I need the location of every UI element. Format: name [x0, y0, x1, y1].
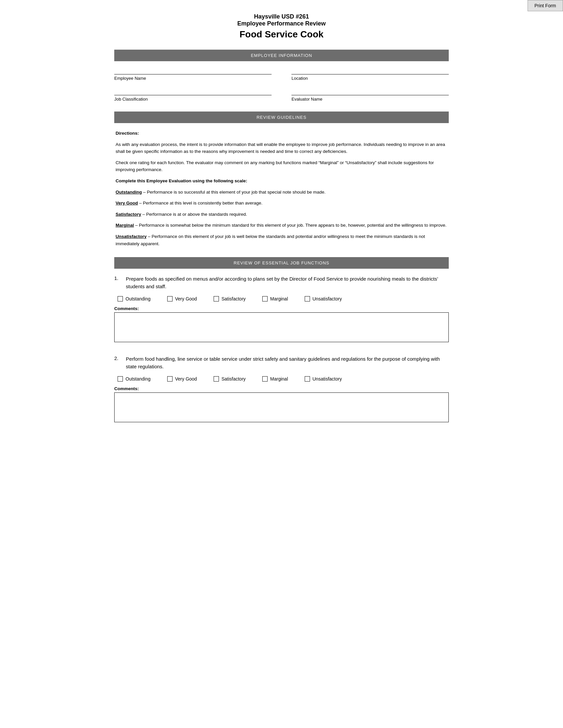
function-2-number: 2.	[114, 355, 122, 370]
label-marginal-2: Marginal	[270, 376, 288, 382]
directions-label: Directions:	[116, 131, 139, 136]
label-verygood-2: Very Good	[175, 376, 197, 382]
checkbox-unsatisfactory-2[interactable]	[305, 376, 310, 382]
rating-satisfactory-1: Satisfactory	[213, 296, 246, 301]
checkbox-satisfactory-2[interactable]	[213, 376, 219, 382]
employee-name-line	[114, 68, 271, 74]
scale-item-unsatisfactory: Unsatisfactory – Performance on this ele…	[116, 233, 447, 247]
checkbox-verygood-1[interactable]	[167, 296, 172, 301]
function-1-comments: Comments:	[114, 306, 449, 342]
employee-info-header: EMPLOYEE INFORMATION	[114, 50, 449, 61]
scale-def-satisfactory: – Performance is at or above the standar…	[141, 212, 247, 217]
location-line	[292, 68, 449, 74]
print-form-button[interactable]: Print Form	[528, 0, 563, 11]
job-classification-label: Job Classification	[114, 97, 271, 102]
label-outstanding-2: Outstanding	[125, 376, 151, 382]
scale-def-verygood: – Performance at this level is consisten…	[138, 201, 262, 205]
label-unsatisfactory-1: Unsatisfactory	[313, 296, 342, 301]
guidelines-paragraph-2: Check one rating for each function. The …	[116, 159, 447, 173]
rating-outstanding-2: Outstanding	[117, 376, 151, 382]
employee-info-row-2: Job Classification Evaluator Name	[114, 89, 449, 102]
employee-name-field: Employee Name	[114, 68, 271, 81]
checkbox-outstanding-1[interactable]	[117, 296, 123, 301]
evaluator-name-line	[292, 89, 449, 95]
function-1-number: 1.	[114, 275, 122, 290]
function-2-comments-label: Comments:	[114, 386, 449, 391]
job-title: Food Service Cook	[114, 29, 449, 40]
rating-unsatisfactory-1: Unsatisfactory	[305, 296, 342, 301]
rating-marginal-1: Marginal	[262, 296, 288, 301]
function-1-rating-row: Outstanding Very Good Satisfactory Margi…	[114, 296, 449, 301]
rating-verygood-1: Very Good	[167, 296, 197, 301]
rating-outstanding-1: Outstanding	[117, 296, 151, 301]
location-label: Location	[292, 76, 449, 81]
function-1-text: Prepare foods as specified on menus and/…	[126, 275, 449, 290]
review-guidelines-section: REVIEW GUIDELINES Directions: As with an…	[114, 112, 449, 247]
rating-unsatisfactory-2: Unsatisfactory	[305, 376, 342, 382]
function-2-rating-row: Outstanding Very Good Satisfactory Margi…	[114, 376, 449, 382]
scale-item-marginal: Marginal – Performance is somewhat below…	[116, 222, 447, 229]
guidelines-text: Directions: As with any evaluation proce…	[114, 130, 449, 247]
checkbox-satisfactory-1[interactable]	[213, 296, 219, 301]
function-1-comments-box[interactable]	[114, 312, 449, 342]
evaluator-name-label: Evaluator Name	[292, 97, 449, 102]
scale-term-unsatisfactory: Unsatisfactory	[116, 234, 147, 239]
scale-term-marginal: Marginal	[116, 223, 134, 228]
function-1-comments-label: Comments:	[114, 306, 449, 311]
function-2-comments: Comments:	[114, 386, 449, 422]
review-title: Employee Performance Review	[114, 20, 449, 27]
evaluator-name-field: Evaluator Name	[292, 89, 449, 102]
org-name: Haysville USD #261	[114, 13, 449, 20]
checkbox-verygood-2[interactable]	[167, 376, 172, 382]
employee-info-section: EMPLOYEE INFORMATION Employee Name Locat…	[114, 50, 449, 102]
label-marginal-1: Marginal	[270, 296, 288, 301]
employee-name-label: Employee Name	[114, 76, 271, 81]
job-classification-line	[114, 89, 271, 95]
label-satisfactory-2: Satisfactory	[221, 376, 246, 382]
label-unsatisfactory-2: Unsatisfactory	[313, 376, 342, 382]
scale-def-outstanding: – Performance is so successful at this e…	[142, 190, 326, 195]
scale-term-outstanding: Outstanding	[116, 190, 142, 195]
scale-term-satisfactory: Satisfactory	[116, 212, 141, 217]
page-header: Haysville USD #261 Employee Performance …	[114, 13, 449, 40]
scale-item-satisfactory: Satisfactory – Performance is at or abov…	[116, 211, 447, 218]
function-1-desc-wrapper: 1. Prepare foods as specified on menus a…	[114, 275, 449, 290]
scale-item-outstanding: Outstanding – Performance is so successf…	[116, 189, 447, 196]
label-verygood-1: Very Good	[175, 296, 197, 301]
review-guidelines-header: REVIEW GUIDELINES	[114, 112, 449, 123]
job-classification-field: Job Classification	[114, 89, 271, 102]
function-item-2: 2. Perform food handling, line service o…	[114, 355, 449, 422]
page-content: Haysville USD #261 Employee Performance …	[108, 0, 455, 455]
checkbox-unsatisfactory-1[interactable]	[305, 296, 310, 301]
scale-term-verygood: Very Good	[116, 201, 138, 205]
label-outstanding-1: Outstanding	[125, 296, 151, 301]
function-2-text: Perform food handling, line service or t…	[126, 355, 449, 370]
function-2-desc-wrapper: 2. Perform food handling, line service o…	[114, 355, 449, 370]
scale-label: Complete this Employee Evaluation using …	[116, 178, 247, 183]
location-field: Location	[292, 68, 449, 81]
essential-functions-header: REVIEW OF ESSENTIAL JOB FUNCTIONS	[114, 257, 449, 269]
function-item-1: 1. Prepare foods as specified on menus a…	[114, 275, 449, 342]
scale-item-verygood: Very Good – Performance at this level is…	[116, 200, 447, 207]
essential-functions-section: REVIEW OF ESSENTIAL JOB FUNCTIONS 1. Pre…	[114, 257, 449, 422]
rating-marginal-2: Marginal	[262, 376, 288, 382]
label-satisfactory-1: Satisfactory	[221, 296, 246, 301]
scale-def-unsatisfactory: – Performance on this element of your jo…	[116, 234, 425, 246]
checkbox-marginal-1[interactable]	[262, 296, 267, 301]
checkbox-outstanding-2[interactable]	[117, 376, 123, 382]
checkbox-marginal-2[interactable]	[262, 376, 267, 382]
employee-info-row-1: Employee Name Location	[114, 68, 449, 81]
guidelines-paragraph-1: As with any evaluation process, the inte…	[116, 141, 447, 155]
function-2-comments-box[interactable]	[114, 392, 449, 422]
rating-verygood-2: Very Good	[167, 376, 197, 382]
rating-satisfactory-2: Satisfactory	[213, 376, 246, 382]
scale-def-marginal: – Performance is somewhat below the mini…	[134, 223, 447, 228]
